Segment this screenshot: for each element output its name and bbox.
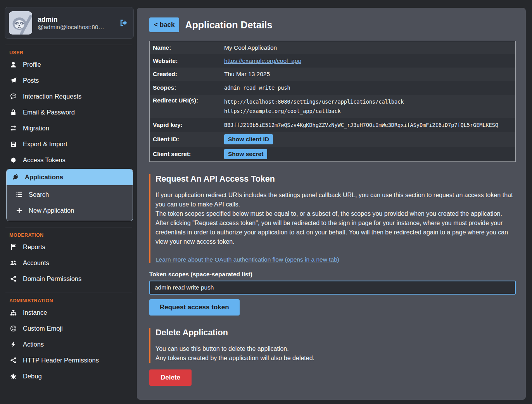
- request-token-section: Request An API Access Token If your appl…: [149, 174, 516, 263]
- sidebar-item-label: Export & Import: [23, 140, 67, 148]
- user-card[interactable]: admin @admin@localhost:8080: [5, 7, 134, 39]
- page-header: < back Application Details: [149, 17, 516, 32]
- sidebar-item-domain-permissions[interactable]: Domain Permissions: [5, 271, 134, 287]
- sidebar-item-email-password[interactable]: Email & Password: [5, 104, 134, 120]
- share-nodes-icon: [10, 357, 17, 364]
- sidebar-item-accounts[interactable]: Accounts: [5, 255, 134, 271]
- flag-icon: [10, 244, 17, 250]
- sidebar-item-applications-search[interactable]: Search: [7, 187, 133, 203]
- back-button[interactable]: < back: [149, 17, 179, 32]
- table-row-created: Created: Thu Mar 13 2025: [150, 68, 515, 81]
- applications-subitems: Search New Application: [7, 185, 133, 221]
- redirect-uri: http://localhost:8080/settings/user/appl…: [224, 97, 512, 106]
- plug-icon: [12, 174, 19, 180]
- smiley-icon: [10, 325, 17, 332]
- redirect-uris-value: http://localhost:8080/settings/user/appl…: [221, 95, 515, 118]
- migration-arrows-icon: [10, 125, 17, 132]
- request-token-title: Request An API Access Token: [155, 174, 516, 184]
- show-secret-button[interactable]: Show secret: [224, 149, 267, 159]
- floppy-disk-icon: [10, 141, 17, 147]
- sidebar-item-label: Posts: [23, 77, 39, 84]
- paper-plane-icon: [10, 77, 17, 84]
- sidebar-item-profile[interactable]: Profile: [5, 57, 134, 73]
- bolt-icon: [10, 341, 17, 348]
- sidebar-item-debug[interactable]: Debug: [5, 368, 134, 384]
- table-row-client-id: Client ID: Show client ID: [150, 132, 515, 147]
- sidebar-item-label: HTTP Header Permissions: [23, 357, 99, 364]
- token-scopes-form: Token scopes (space-separated list) Requ…: [149, 271, 516, 316]
- sidebar-item-label: Instance: [23, 309, 47, 316]
- table-row-redirect-uris: Redirect URI(s): http://localhost:8080/s…: [150, 95, 515, 118]
- sidebar-item-label: Applications: [25, 173, 63, 181]
- avatar: [9, 11, 32, 35]
- request-token-paragraph: The token scopes specified below must be…: [155, 209, 516, 218]
- plus-icon: [16, 207, 23, 214]
- table-row-scopes: Scopes: admin read write push: [150, 81, 515, 95]
- sidebar-item-label: Domain Permissions: [23, 275, 81, 283]
- sidebar-item-label: Search: [29, 191, 49, 198]
- sign-out-icon[interactable]: [119, 19, 128, 27]
- request-token-paragraph: If your application redirect URIs includ…: [155, 191, 516, 209]
- table-row-vapid-key: Vapid key: BBJffJ219b5iE512m7wQSzv4KgKDh…: [150, 118, 515, 132]
- token-seal-icon: [10, 157, 17, 163]
- application-details-table: Name: My Cool Application Website: https…: [149, 41, 516, 162]
- sidebar-item-new-application[interactable]: New Application: [7, 203, 133, 218]
- applications-group: Applications Search New Application: [6, 169, 133, 221]
- token-scopes-input[interactable]: [149, 281, 516, 295]
- website-link[interactable]: https://example.org/cool_app: [224, 57, 301, 64]
- user-names: admin @admin@localhost:8080: [38, 16, 114, 31]
- delete-application-section: Delete Application You can use this butt…: [149, 328, 516, 363]
- table-row-client-secret: Client secret: Show secret: [150, 147, 515, 161]
- row-label: Website:: [150, 55, 221, 67]
- sidebar-item-label: Profile: [23, 61, 41, 68]
- sidebar-item-label: Interaction Requests: [23, 93, 81, 100]
- table-row-website: Website: https://example.org/cool_app: [150, 54, 515, 68]
- token-scopes-label: Token scopes (space-separated list): [149, 271, 516, 278]
- vapid-key-value: BBJffJ219b5iE512m7wQSzv4KgKDhgZZVzNyWC_r…: [221, 118, 515, 132]
- redirect-uri: https://example.org/cool_app/callback: [224, 106, 512, 116]
- sidebar-item-posts[interactable]: Posts: [5, 73, 134, 88]
- sidebar-item-label: New Application: [29, 207, 74, 214]
- sidebar-item-label: Debug: [23, 373, 42, 380]
- list-icon: [16, 191, 23, 198]
- sidebar-item-applications[interactable]: Applications: [7, 169, 133, 185]
- divider: [5, 45, 132, 45]
- row-label: Name:: [150, 42, 221, 54]
- application-details-panel: < back Application Details Name: My Cool…: [137, 8, 526, 400]
- sidebar-item-reports[interactable]: Reports: [5, 239, 134, 255]
- divider: [5, 227, 132, 227]
- divider: [5, 293, 132, 293]
- delete-info-line: Any tokens created by the application wi…: [155, 354, 516, 363]
- sidebar-item-custom-emoji[interactable]: Custom Emoji: [5, 321, 134, 336]
- sidebar-item-label: Access Tokens: [23, 156, 66, 164]
- sidebar-item-actions[interactable]: Actions: [5, 336, 134, 352]
- section-label-moderation: MODERATION: [5, 229, 134, 239]
- sidebar-item-migration[interactable]: Migration: [5, 120, 134, 136]
- sloth-avatar: [9, 11, 32, 35]
- sidebar-item-instance[interactable]: Instance: [5, 305, 134, 321]
- share-nodes-icon: [10, 276, 17, 282]
- user-display-name: admin: [38, 16, 114, 24]
- row-label: Scopes:: [150, 82, 221, 94]
- request-access-token-button[interactable]: Request access token: [149, 299, 240, 316]
- comment-icon: [10, 93, 17, 100]
- sidebar-item-label: Migration: [23, 125, 49, 132]
- row-label: Client ID:: [150, 134, 221, 145]
- show-client-id-button[interactable]: Show client ID: [224, 134, 273, 144]
- oauth-docs-link[interactable]: Learn more about the OAuth authenticatio…: [155, 256, 339, 263]
- scopes-value: admin read write push: [221, 81, 515, 95]
- sidebar-item-export-import[interactable]: Export & Import: [5, 136, 134, 152]
- section-label-user: USER: [5, 47, 134, 57]
- lock-icon: [10, 109, 17, 116]
- sidebar-item-interaction-requests[interactable]: Interaction Requests: [5, 88, 134, 104]
- sidebar-item-access-tokens[interactable]: Access Tokens: [5, 152, 134, 168]
- sidebar-item-label: Reports: [23, 243, 45, 251]
- user-icon: [10, 61, 17, 68]
- delete-button[interactable]: Delete: [149, 369, 192, 386]
- section-label-administration: ADMINISTRATION: [5, 295, 134, 305]
- page-title: Application Details: [185, 19, 272, 31]
- delete-application-title: Delete Application: [155, 328, 516, 338]
- sidebar-item-label: Custom Emoji: [23, 325, 63, 332]
- sidebar-item-label: Email & Password: [23, 109, 75, 116]
- sidebar-item-http-header-permissions[interactable]: HTTP Header Permissions: [5, 352, 134, 368]
